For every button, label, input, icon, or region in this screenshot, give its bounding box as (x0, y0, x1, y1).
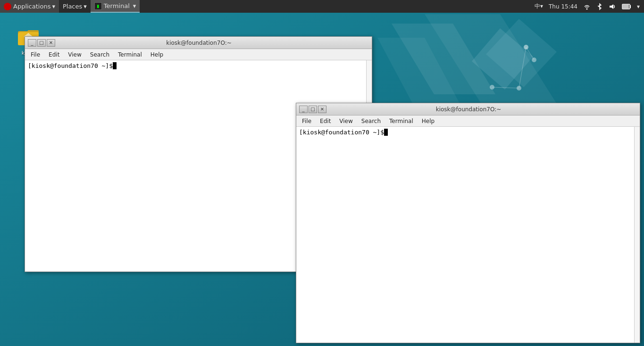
clock[interactable]: Thu 15:44 (546, 0, 580, 13)
terminal-2-menu-terminal[interactable]: Terminal (385, 117, 417, 125)
svg-rect-19 (630, 5, 631, 8)
settings-dropdown-icon: ▾ (637, 3, 640, 10)
terminal-1-maximize[interactable]: □ (37, 39, 46, 47)
terminal-2-title: kiosk@foundation7O:~ (326, 106, 611, 113)
terminal-1-minimize[interactable]: _ (28, 39, 36, 47)
terminal-2-prompt: [kiosk@foundation70 ~]$ (299, 129, 631, 136)
terminal-1-menu-terminal[interactable]: Terminal (114, 50, 146, 59)
terminal-2-menubar: File Edit View Search Terminal Help (296, 115, 640, 127)
applications-menu[interactable]: Applications ▾ (0, 0, 59, 13)
terminal-taskbar-label: Terminal (104, 2, 130, 9)
terminal-2-menu-file[interactable]: File (298, 117, 315, 125)
redhat-icon (4, 3, 11, 10)
taskbar-left: Applications ▾ Places ▾ ▮ Terminal ▾ (0, 0, 140, 13)
terminal-1-menu-view[interactable]: View (64, 50, 85, 59)
applications-label: Applications (13, 3, 50, 10)
wifi-tray[interactable] (581, 0, 593, 13)
terminal-2-menu-view[interactable]: View (335, 117, 356, 125)
svg-marker-17 (610, 4, 613, 9)
svg-rect-20 (623, 5, 629, 8)
terminal-2-content-area: [kiosk@foundation70 ~]$ (296, 127, 640, 343)
terminal-1-menu-search[interactable]: Search (86, 50, 113, 59)
settings-tray[interactable]: ▾ (635, 0, 642, 13)
terminal-1-menu-edit[interactable]: Edit (45, 50, 63, 59)
terminal-2-controls: _ □ ✕ (299, 106, 326, 113)
terminal-1-prompt: [kiosk@foundation70 ~]$ (28, 62, 363, 69)
terminal-1-controls: _ □ ✕ (28, 39, 55, 47)
terminal-1-menubar: File Edit View Search Terminal Help (25, 49, 372, 60)
terminal-window-2: _ □ ✕ kiosk@foundation7O:~ File Edit Vie… (296, 103, 640, 343)
terminal-2-maximize[interactable]: □ (309, 106, 317, 113)
terminal-2-scrollbar[interactable] (634, 127, 640, 343)
terminal-1-titlebar[interactable]: _ □ ✕ kiosk@foundation7O:~ (25, 37, 372, 49)
bluetooth-tray[interactable] (594, 0, 605, 13)
terminal-2-menu-help[interactable]: Help (418, 117, 438, 125)
terminal-1-title: kiosk@foundation7O:~ (55, 40, 343, 46)
taskbar-right: 中▾ Thu 15:44 (532, 0, 644, 13)
terminal-2-prompt-text: [kiosk@foundation70 ~]$ (299, 129, 384, 136)
terminal-1-menu-file[interactable]: File (27, 50, 44, 59)
places-label: Places (63, 3, 82, 10)
terminal-1-cursor (113, 62, 117, 69)
desktop: https://blog.csdn.net/ Applications ▾ Pl… (0, 0, 644, 346)
terminal-2-cursor (384, 129, 388, 136)
battery-icon (622, 3, 631, 10)
terminal-1-close[interactable]: ✕ (47, 39, 55, 47)
terminal-2-body[interactable]: [kiosk@foundation70 ~]$ (296, 127, 634, 343)
terminal-2-close[interactable]: ✕ (318, 106, 326, 113)
places-menu[interactable]: Places ▾ (59, 0, 91, 13)
volume-icon (609, 3, 616, 10)
clock-time: Thu 15:44 (549, 3, 577, 10)
terminal-taskbar-icon: ▮ (94, 2, 102, 10)
terminal-taskbar-button[interactable]: ▮ Terminal ▾ (91, 0, 140, 13)
input-method-tray[interactable]: 中▾ (532, 0, 545, 13)
places-dropdown-icon: ▾ (84, 3, 87, 10)
terminal-2-menu-search[interactable]: Search (358, 117, 385, 125)
terminal-1-prompt-text: [kiosk@foundation70 ~]$ (28, 62, 113, 69)
terminal-2-titlebar[interactable]: _ □ ✕ kiosk@foundation7O:~ (296, 103, 640, 115)
svg-point-16 (586, 8, 587, 9)
terminal-1-menu-help[interactable]: Help (147, 50, 167, 59)
input-method-label: 中▾ (535, 2, 543, 10)
wifi-icon (583, 3, 591, 10)
terminal-2-minimize[interactable]: _ (299, 106, 308, 113)
terminal-dropdown-icon: ▾ (133, 2, 136, 9)
volume-tray[interactable] (606, 0, 619, 13)
taskbar: Applications ▾ Places ▾ ▮ Terminal ▾ 中▾ … (0, 0, 644, 13)
terminal-2-menu-edit[interactable]: Edit (316, 117, 335, 125)
bluetooth-icon (596, 3, 603, 10)
battery-tray[interactable] (619, 0, 634, 13)
apps-dropdown-icon: ▾ (52, 3, 55, 10)
